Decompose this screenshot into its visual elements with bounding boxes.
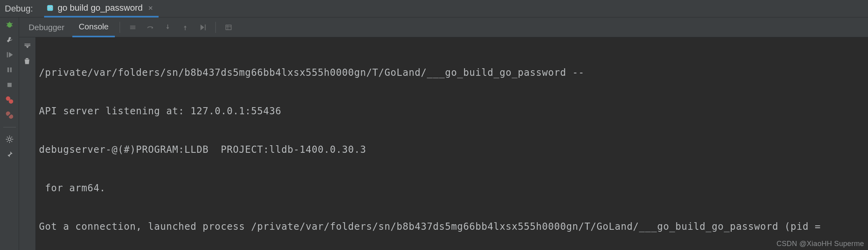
- console-gutter: [19, 37, 36, 250]
- watermark: CSDN @XiaoHH Superme: [777, 239, 864, 248]
- svg-rect-0: [47, 5, 53, 11]
- svg-point-5: [7, 23, 12, 28]
- stop-icon[interactable]: [5, 80, 14, 90]
- step-out-icon[interactable]: [177, 19, 193, 35]
- run-config-tab[interactable]: go build go_password ×: [44, 0, 159, 17]
- mute-breakpoints-icon[interactable]: [5, 110, 14, 120]
- svg-rect-6: [7, 52, 8, 57]
- divider: [215, 22, 216, 33]
- wrench-icon[interactable]: [5, 35, 14, 44]
- step-into-icon[interactable]: [160, 19, 176, 35]
- tab-debugger[interactable]: Debugger: [22, 17, 71, 37]
- console-row: /private/var/folders/sn/b8b437ds5mg66bb4…: [19, 37, 868, 250]
- debug-label: Debug:: [5, 4, 44, 14]
- run-to-cursor-icon[interactable]: [195, 19, 211, 35]
- bug-restart-icon[interactable]: [5, 20, 14, 29]
- svg-point-11: [9, 99, 13, 104]
- close-icon[interactable]: ×: [146, 4, 153, 12]
- console-line: for arm64.: [39, 182, 868, 194]
- divider: [120, 22, 120, 33]
- left-toolbar: [0, 17, 19, 250]
- panel-tabs: Debugger Console: [19, 17, 868, 37]
- svg-rect-16: [205, 24, 206, 30]
- center-panel: Debugger Console: [19, 17, 868, 250]
- scroll-end-icon[interactable]: [23, 40, 32, 49]
- run-config-name: go build go_password: [58, 3, 143, 13]
- svg-rect-17: [226, 25, 231, 30]
- svg-point-15: [8, 138, 11, 140]
- svg-point-4: [51, 7, 52, 8]
- resume-icon[interactable]: [5, 50, 14, 60]
- pin-icon[interactable]: [5, 150, 14, 159]
- separator: [3, 127, 16, 127]
- tab-console-label: Console: [79, 22, 108, 31]
- go-gopher-icon: [46, 4, 54, 12]
- console-line: Got a connection, launched process /priv…: [39, 220, 868, 233]
- layout-icon[interactable]: [125, 19, 141, 35]
- console-line: API server listening at: 127.0.0.1:55436: [39, 105, 868, 117]
- console-line: /private/var/folders/sn/b8b437ds5mg66bb4…: [39, 66, 868, 79]
- breakpoints-icon[interactable]: [5, 95, 14, 105]
- step-over-icon[interactable]: [142, 19, 158, 35]
- tab-debugger-label: Debugger: [29, 23, 64, 32]
- evaluate-icon[interactable]: [221, 19, 236, 35]
- trash-icon[interactable]: [23, 57, 32, 66]
- svg-rect-7: [7, 67, 9, 72]
- settings-icon[interactable]: [5, 135, 14, 144]
- console-line: debugserver-@(#)PROGRAM:LLDB PROJECT:lld…: [39, 143, 868, 156]
- svg-rect-18: [25, 58, 28, 60]
- pause-icon[interactable]: [5, 65, 14, 75]
- svg-rect-8: [10, 67, 12, 72]
- debug-tab-bar: Debug: go build go_password ×: [0, 0, 868, 17]
- svg-point-3: [48, 7, 49, 8]
- tab-console[interactable]: Console: [72, 17, 115, 37]
- console-output[interactable]: /private/var/folders/sn/b8b437ds5mg66bb4…: [36, 37, 868, 250]
- main: Debugger Console: [0, 17, 868, 250]
- svg-rect-9: [7, 83, 12, 87]
